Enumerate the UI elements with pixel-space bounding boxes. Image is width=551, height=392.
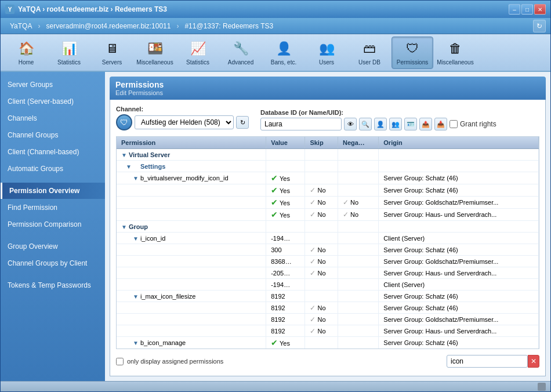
skip-cell [305,337,338,349]
db-import-button[interactable]: 📥 [434,118,447,130]
sidebar-item-perm-overview[interactable]: Permission Overview [1,183,105,199]
perm-cell: ▼i_max_icon_filesize [117,291,266,302]
only-assigned-checkbox[interactable] [116,358,124,365]
tool-misc1[interactable]: 🍱 Miscellaneous [134,37,176,69]
table-row: 8192 ✓ No Server Group: Haus- und Server… [117,325,539,337]
tool-statistics2-label: Statistics [186,59,209,66]
sidebar-item-find-perm[interactable]: Find Permission [1,199,105,216]
nega-cell [338,291,378,302]
origin-cell: Client (Server) [379,279,539,291]
content-area: Server Groups Client (Server-based) Chan… [1,72,550,381]
sidebar-item-channels[interactable]: Channels [1,110,105,126]
db-eye-button[interactable]: 👁 [344,118,357,130]
tool-bans[interactable]: 👤 Bans, etc. [263,37,304,69]
tool-statistics1[interactable]: 📊 Statistics [48,37,90,69]
origin-cell: Server Group: Schatz (46) [379,349,539,350]
breadcrumb-instance[interactable]: #11@1337: Redeemers TS3 [180,20,278,32]
title-bar: Y YaTQA › root4.redeemer.biz › Redeemers… [1,1,550,18]
sidebar-item-channel-groups-client[interactable]: Channel Groups by Client [1,255,105,271]
nega-cell: ✓ No [338,209,378,221]
perm-cell: ▼b_virtualserver_modify_icon_id [117,172,266,184]
permission-table-container[interactable]: Permission Value Skip Nega… Origin ▼Virt… [116,136,539,349]
db-input[interactable] [260,118,342,130]
sidebar-item-auto-groups[interactable]: Automatic Groups [1,161,105,177]
close-button[interactable]: ✕ [534,4,546,14]
db-search-button[interactable]: 🔍 [359,118,372,130]
minimize-button[interactable]: – [509,4,520,14]
status-icon [538,383,546,391]
tool-misc2[interactable]: 🗑 Miscellaneous [434,37,476,69]
perm-cell [117,244,266,256]
tool-statistics2[interactable]: 📈 Statistics [177,37,219,69]
home-icon: 🏠 [17,39,35,58]
sidebar-item-client-channel[interactable]: Client (Channel-based) [1,144,105,160]
origin-cell: Server Group: Schatz (46) [379,184,539,197]
tool-users[interactable]: 👥 Users [306,37,347,69]
value-cell: 8192 [266,325,305,337]
tool-userdb-label: User DB [358,59,380,66]
maximize-button[interactable]: □ [521,4,533,14]
sidebar-item-client-server[interactable]: Client (Server-based) [1,93,105,110]
db-id-button[interactable]: 🪪 [404,118,417,130]
search-clear-button[interactable]: ✕ [528,355,539,368]
servers-icon: 🖥 [103,39,121,58]
origin-cell [379,149,539,161]
db-export-button[interactable]: 📤 [419,118,432,130]
refresh-button[interactable]: ↻ [533,20,546,32]
statistics1-icon: 📊 [60,39,78,58]
menu-bar: YaTQA › serveradmin@root4.redeemer.biz:1… [1,18,550,34]
sidebar-item-channel-groups[interactable]: Channel Groups [1,127,105,143]
channel-select[interactable]: Aufstieg der Helden (508) [135,115,234,129]
sidebar-item-perm-compare[interactable]: Permission Comparison [1,216,105,233]
perm-cell [117,209,266,221]
tool-userdb[interactable]: 🗃 User DB [349,37,390,69]
advanced-icon: 🔧 [231,39,250,58]
breadcrumb-server[interactable]: serveradmin@root4.redeemer.biz:10011 [41,20,175,32]
table-row: ▼i_max_icon_filesize 8192 Server Group: … [117,291,539,302]
table-row: ▼i_icon_id -194… Client (Server) [117,233,539,244]
nega-cell [338,337,378,349]
col-skip: Skip [305,137,338,149]
table-row: ✔ Yes ✓ No Server Group: Schatz (46) [117,349,539,350]
panel-header: Permissions Edit Permissions [110,77,546,100]
skip-cell [305,161,338,172]
sidebar-item-server-groups[interactable]: Server Groups [1,77,105,93]
sidebar-item-tokens[interactable]: Tokens & Temp Passwords [1,277,105,293]
origin-cell: Server Group: Haus- und Serverdrach... [379,325,539,337]
col-nega: Nega… [338,137,378,149]
grant-rights-checkbox[interactable] [449,120,458,128]
perm-cell [117,184,266,197]
db-person-button[interactable]: 👤 [374,118,387,130]
table-row: 8368… ✓ No Server Group: Goldschatz/Prem… [117,256,539,267]
search-input[interactable] [447,355,528,368]
table-header-row: Permission Value Skip Nega… Origin [117,137,539,149]
tool-home-label: Home [19,59,34,66]
skip-cell: ✓ No [305,302,338,314]
channel-refresh-button[interactable]: ↻ [236,116,249,129]
skip-cell [305,221,338,233]
value-cell: 8368… [266,256,305,267]
nega-cell [338,267,378,279]
table-row: -194… Client (Server) [117,279,539,291]
tool-permissions[interactable]: 🛡 Permissions [392,37,433,69]
origin-cell: Server Group: Schatz (46) [379,244,539,256]
channel-field-group: Channel: 🛡 Aufstieg der Helden (508) ↻ [116,106,249,130]
tool-permissions-label: Permissions [397,59,428,66]
db-person2-button[interactable]: 👥 [389,118,402,130]
value-cell: ✔ Yes [266,337,305,349]
perm-cell [117,325,266,337]
skip-cell [305,172,338,184]
origin-cell: Server Group: Haus- und Serverdrach... [379,267,539,279]
tool-home[interactable]: 🏠 Home [5,37,47,69]
col-origin: Origin [379,137,539,149]
tool-servers[interactable]: 🖥 Servers [91,37,133,69]
origin-cell [379,161,539,172]
sidebar-item-group-overview[interactable]: Group Overview [1,238,105,255]
origin-cell: Server Group: Goldschatz/Premiumser... [379,197,539,209]
skip-cell: ✓ No [305,349,338,350]
app-name-menu[interactable]: YaTQA [5,20,37,32]
tool-advanced[interactable]: 🔧 Advanced [220,37,262,69]
table-row: 8192 ✓ No Server Group: Schatz (46) [117,302,539,314]
nega-cell [338,279,378,291]
value-cell: 8192 [266,302,305,314]
